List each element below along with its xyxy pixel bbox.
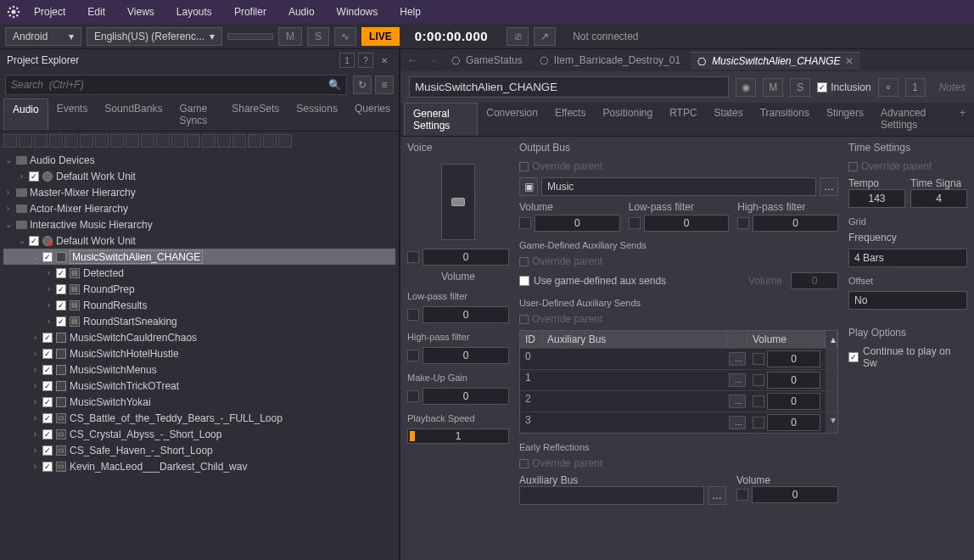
close-icon[interactable]: ✕ xyxy=(377,53,392,68)
tree-item[interactable]: ›✓▤RoundResults xyxy=(3,297,395,313)
lpf-value[interactable]: 0 xyxy=(423,306,509,323)
collapse-icon[interactable]: ⌄ xyxy=(17,236,26,245)
aux-header-id[interactable]: ID xyxy=(520,331,542,348)
checkbox-icon[interactable]: ✓ xyxy=(42,429,53,440)
tree-item[interactable]: ›✓MusicSwitchTrickOTreat xyxy=(3,378,395,394)
checkbox-icon[interactable]: ✓ xyxy=(56,268,66,278)
expand-icon[interactable]: › xyxy=(44,316,53,326)
tree-item[interactable]: ›✓MusicSwitchCauldrenChaos xyxy=(3,329,395,345)
tree-item[interactable]: ›✓▭CS_Crystal_Abyss_-_Short_Loop xyxy=(3,426,395,442)
override-parent-game-aux[interactable]: Override parent xyxy=(519,255,838,267)
menu-project[interactable]: Project xyxy=(25,3,74,21)
tab-sharesets[interactable]: ShareSets xyxy=(223,98,288,131)
aux-more-button[interactable]: … xyxy=(729,352,746,366)
output-bus-name[interactable]: Music xyxy=(541,177,816,196)
tab-rtpc[interactable]: RTPC xyxy=(661,103,705,136)
tab-soundbanks[interactable]: SoundBanks xyxy=(96,98,171,131)
expand-icon[interactable]: › xyxy=(44,268,53,277)
solo-button[interactable]: S xyxy=(307,27,329,46)
menu-edit[interactable]: Edit xyxy=(79,3,114,21)
rtpc-indicator-icon[interactable] xyxy=(753,374,764,386)
checkbox-icon[interactable] xyxy=(848,162,858,171)
tree-item[interactable]: ›✓▤Detected xyxy=(3,265,395,281)
rtpc-indicator-icon[interactable] xyxy=(407,309,419,321)
expand-icon[interactable]: › xyxy=(31,381,40,390)
tab-general-settings[interactable]: General Settings xyxy=(404,103,478,136)
freq-dropdown[interactable]: 4 Bars xyxy=(848,249,967,267)
makeup-value[interactable]: 0 xyxy=(423,388,509,405)
nav-back-icon[interactable]: ← xyxy=(404,52,421,69)
volume-fader[interactable] xyxy=(441,164,475,240)
expand-icon[interactable]: › xyxy=(44,300,53,310)
tab-sessions[interactable]: Sessions xyxy=(288,98,346,131)
tree-tool-icon[interactable] xyxy=(248,134,261,148)
menu-windows[interactable]: Windows xyxy=(328,3,387,21)
editor-tab-active[interactable]: ⎔MusicSwitchAlien_CHANGE✕ xyxy=(691,52,859,70)
expand-icon[interactable]: › xyxy=(31,397,40,406)
scroll-down-icon[interactable]: ▾ xyxy=(826,412,837,433)
tab-game-syncs[interactable]: Game Syncs xyxy=(171,98,223,131)
language-dropdown[interactable]: English(US) (Referenc... ▾ xyxy=(87,27,222,46)
tree-tool-icon[interactable] xyxy=(263,134,277,148)
checkbox-icon[interactable]: ✓ xyxy=(56,300,66,311)
tab-transitions[interactable]: Transitions xyxy=(752,103,818,136)
checkbox-icon[interactable] xyxy=(519,276,529,286)
expand-icon[interactable]: › xyxy=(31,349,40,358)
rtpc-indicator-icon[interactable] xyxy=(519,217,531,229)
rtpc-indicator-icon[interactable] xyxy=(753,395,764,407)
rtpc-indicator-icon[interactable] xyxy=(736,489,748,501)
tree-tool-icon[interactable] xyxy=(156,134,170,148)
editor-tab[interactable]: ⎔GameStatus xyxy=(445,52,529,69)
bus-more-button[interactable]: … xyxy=(820,177,838,196)
tree-item[interactable]: ⌄Interactive Music Hierarchy xyxy=(3,216,395,232)
aux-vol-value[interactable]: 0 xyxy=(767,414,820,431)
checkbox-icon[interactable]: ✓ xyxy=(42,397,53,407)
continue-on-switch-toggle[interactable]: ✓Continue to play on Sw xyxy=(848,345,967,369)
tree-tool-icon[interactable] xyxy=(3,134,17,148)
scroll-up-icon[interactable]: ▴ xyxy=(826,331,837,348)
aux-row[interactable]: 2…0 xyxy=(520,390,837,412)
tree-tool-icon[interactable] xyxy=(34,134,48,148)
rtpc-indicator-icon[interactable] xyxy=(753,353,764,365)
time-sig-value[interactable]: 4 xyxy=(910,189,967,208)
checkbox-icon[interactable]: ✓ xyxy=(42,462,53,472)
aux-vol-value[interactable]: 0 xyxy=(767,372,820,389)
tree-item[interactable]: ›✓MusicSwitchYokai xyxy=(3,394,395,410)
expand-icon[interactable]: › xyxy=(31,462,40,471)
tree-item[interactable]: ›✓▭CS_Safe_Haven_-_Short_Loop xyxy=(3,442,395,458)
tree-tool-icon[interactable] xyxy=(126,134,139,148)
tab-stingers[interactable]: Stingers xyxy=(818,103,872,136)
tree-item[interactable]: ›✓MusicSwitchMenus xyxy=(3,361,395,378)
tree-item[interactable]: ⌄Audio Devices xyxy=(3,152,395,168)
tab-states[interactable]: States xyxy=(706,103,752,136)
tree-tool-icon[interactable] xyxy=(19,134,32,148)
playback-speed-slider[interactable]: 1 xyxy=(407,428,509,444)
override-parent-early-refl[interactable]: Override parent xyxy=(519,457,838,469)
rtpc-indicator-icon[interactable] xyxy=(407,390,419,402)
live-button[interactable]: LIVE xyxy=(361,27,400,46)
aux-row[interactable]: 1…0 xyxy=(520,369,837,390)
tree-item[interactable]: ›Master-Mixer Hierarchy xyxy=(3,184,395,200)
mute-button[interactable]: M xyxy=(278,27,302,46)
aux-header-vol[interactable]: Volume xyxy=(747,331,826,348)
tree-item[interactable]: ›✓▭Kevin_MacLeod___Darkest_Child_wav xyxy=(3,458,395,474)
aux-row[interactable]: 3…0▾ xyxy=(520,412,837,433)
checkbox-icon[interactable] xyxy=(519,257,529,266)
tree-item[interactable]: ›✓▤RoundPrep xyxy=(3,281,395,297)
solo-button[interactable]: S xyxy=(790,78,810,97)
checkbox-icon[interactable]: ✓ xyxy=(29,236,39,246)
reference-count[interactable]: 1 xyxy=(905,78,926,97)
share-icon[interactable]: ⚬ xyxy=(878,78,898,97)
checkbox-icon[interactable]: ✓ xyxy=(42,365,53,375)
early-refl-more-button[interactable]: … xyxy=(708,486,726,505)
tree-tool-icon[interactable] xyxy=(64,134,78,148)
rtpc-indicator-icon[interactable] xyxy=(407,350,419,361)
menu-help[interactable]: Help xyxy=(391,3,429,21)
tree-tool-icon[interactable] xyxy=(49,134,63,148)
tree-item-selected[interactable]: ⌄✓MusicSwitchAlien_CHANGE xyxy=(3,249,395,265)
checkbox-icon[interactable]: ✓ xyxy=(56,284,66,294)
tab-effects[interactable]: Effects xyxy=(546,103,594,136)
expand-icon[interactable]: › xyxy=(17,171,26,181)
use-game-aux-toggle[interactable]: Use game-defined aux sends xyxy=(519,275,666,287)
checkbox-icon[interactable] xyxy=(519,315,529,324)
